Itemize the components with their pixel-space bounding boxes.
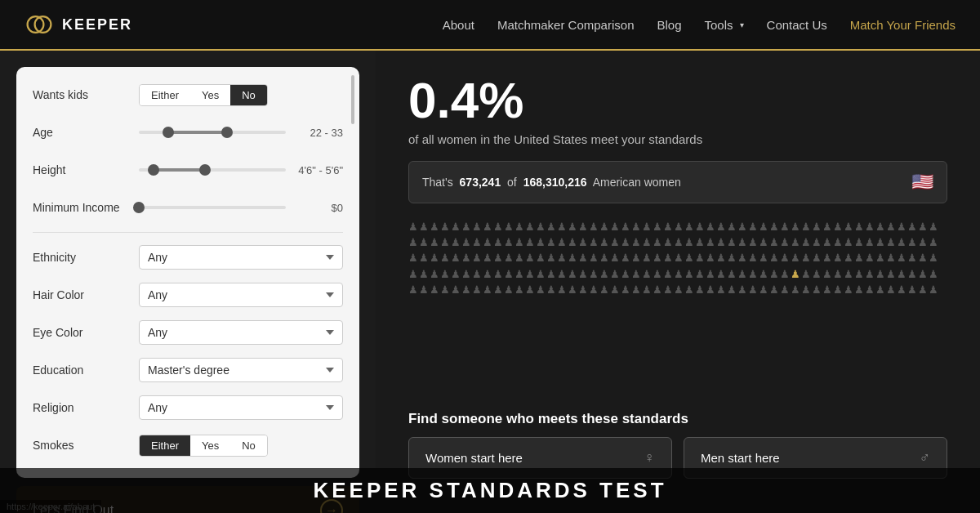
person-icon: ♟: [440, 283, 450, 297]
person-icon: ♟: [578, 283, 588, 297]
person-icon: ♟: [759, 251, 768, 265]
person-icon: ♟: [631, 267, 641, 282]
person-icon: ♟: [684, 251, 694, 265]
nav-link-blog[interactable]: Blog: [657, 18, 681, 32]
income-slider-track[interactable]: [139, 206, 286, 209]
person-icon: ♟: [695, 283, 705, 297]
height-slider-track[interactable]: [139, 168, 286, 172]
person-icon: ♟: [483, 220, 492, 234]
person-icon: ♟: [706, 283, 715, 297]
height-control: 4'6" - 5'6": [139, 164, 343, 176]
person-icon: ♟: [886, 267, 896, 282]
wants-kids-yes[interactable]: Yes: [190, 85, 230, 105]
person-icon: ♟: [684, 235, 694, 250]
person-icon: ♟: [833, 235, 843, 250]
person-icon: ♟: [504, 251, 514, 265]
person-icon: ♟: [578, 220, 588, 234]
person-icon: ♟: [483, 251, 492, 265]
income-row: Minimum Income $0: [33, 194, 343, 221]
person-icon: ♟: [514, 251, 524, 265]
person-icon: ♟: [663, 220, 673, 234]
person-icon: ♟: [568, 267, 577, 282]
person-icon: ♟: [748, 235, 758, 250]
person-icon: ♟: [451, 220, 461, 234]
person-icon: ♟: [801, 251, 811, 265]
smokes-yes[interactable]: Yes: [190, 435, 230, 456]
person-icon: ♟: [854, 251, 864, 265]
person-icon: ♟: [769, 235, 779, 250]
eye-color-row: Eye Color Any: [33, 319, 343, 346]
nav-link-tools[interactable]: Tools ▾: [705, 18, 744, 32]
income-label: Minimum Income: [33, 201, 139, 214]
person-icon: ♟: [748, 220, 758, 234]
wants-kids-no[interactable]: No: [230, 85, 267, 105]
person-icon: ♟: [769, 220, 779, 234]
person-icon: ♟: [472, 283, 482, 297]
smokes-either[interactable]: Either: [140, 435, 190, 456]
wants-kids-toggle: Either Yes No: [139, 84, 268, 106]
smokes-control: Either Yes No: [139, 435, 343, 457]
overlay-text: KEEPER STANDARDS TEST: [313, 478, 666, 502]
person-icon: ♟: [493, 235, 503, 250]
person-icon: ♟: [536, 283, 546, 297]
person-icon: ♟: [907, 283, 917, 297]
height-slider-thumb-right[interactable]: [199, 164, 211, 176]
height-slider-thumb-left[interactable]: [148, 164, 159, 176]
nav-link-contact[interactable]: Contact Us: [767, 18, 827, 32]
person-icon: ♟: [419, 220, 429, 234]
height-slider-container: 4'6" - 5'6": [139, 164, 343, 176]
person-icon: ♟: [886, 235, 896, 250]
person-icon: ♟: [451, 267, 461, 282]
person-icon: ♟: [812, 235, 822, 250]
person-icon: ♟: [780, 283, 790, 297]
education-select[interactable]: Master's degree: [139, 358, 343, 382]
age-slider-track[interactable]: [139, 131, 286, 134]
person-icon: ♟: [759, 220, 768, 234]
nav-link-about[interactable]: About: [443, 18, 474, 32]
religion-select[interactable]: Any: [139, 395, 343, 420]
smokes-no[interactable]: No: [230, 435, 267, 456]
person-icon: ♟: [483, 267, 492, 282]
person-icon: ♟: [929, 251, 938, 265]
percentage-display: 0.4%: [408, 75, 947, 126]
male-icon: ♂: [920, 449, 931, 466]
person-icon: ♟: [695, 267, 705, 282]
person-icon: ♟: [929, 235, 938, 250]
stats-total: 168,310,216: [523, 176, 587, 189]
person-icon: ♟: [833, 267, 843, 282]
hair-color-select[interactable]: Any: [139, 283, 343, 307]
nav-links: About Matchmaker Comparison Blog Tools ▾…: [443, 18, 956, 32]
person-icon: ♟: [653, 235, 662, 250]
education-row: Education Master's degree: [33, 357, 343, 383]
person-icon: ♟: [472, 251, 482, 265]
person-icon: ♟: [865, 283, 875, 297]
person-icon: ♟: [854, 220, 864, 234]
logo[interactable]: KEEPER: [24, 10, 132, 39]
person-icon: ♟: [748, 283, 758, 297]
person-icon: ♟: [674, 283, 684, 297]
religion-control: Any: [139, 395, 343, 420]
hair-color-control: Any: [139, 283, 343, 307]
person-icon: ♟: [791, 267, 800, 282]
logo-icon: [24, 10, 54, 39]
person-icon: ♟: [748, 267, 758, 282]
nav-link-match[interactable]: Match Your Friends: [850, 18, 956, 32]
eye-color-label: Eye Color: [33, 326, 139, 339]
person-icon: ♟: [833, 220, 843, 234]
person-icon: ♟: [727, 267, 737, 282]
ethnicity-select[interactable]: Any: [139, 245, 343, 270]
age-slider-thumb-right[interactable]: [221, 127, 233, 138]
person-icon: ♟: [822, 220, 832, 234]
person-icon: ♟: [854, 267, 864, 282]
age-slider-thumb-left[interactable]: [163, 127, 174, 138]
wants-kids-either[interactable]: Either: [140, 85, 190, 105]
height-label: Height: [33, 163, 139, 176]
income-slider-thumb[interactable]: [133, 202, 145, 213]
person-icon: ♟: [653, 283, 662, 297]
eye-color-select[interactable]: Any: [139, 320, 343, 345]
scrollbar[interactable]: [351, 75, 354, 124]
person-icon: ♟: [865, 220, 875, 234]
person-icon: ♟: [727, 235, 737, 250]
person-icon: ♟: [568, 251, 577, 265]
nav-link-matchmaker[interactable]: Matchmaker Comparison: [497, 18, 635, 32]
